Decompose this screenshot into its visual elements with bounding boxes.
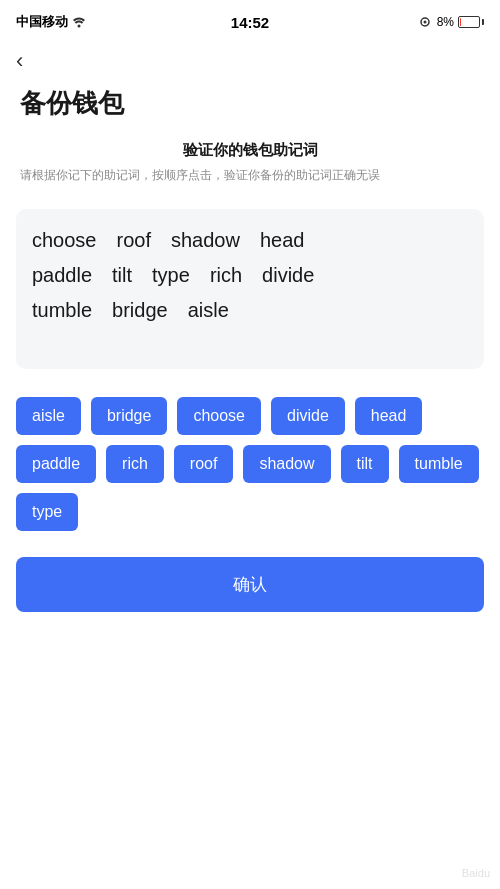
- display-word-roof: roof: [117, 229, 151, 252]
- word-chip-aisle[interactable]: aisle: [16, 397, 81, 435]
- display-word-tumble: tumble: [32, 299, 92, 322]
- display-word-type: type: [152, 264, 190, 287]
- page-title: 备份钱包: [0, 78, 500, 141]
- clock: 14:52: [231, 14, 269, 31]
- instruction-title: 验证你的钱包助记词: [20, 141, 480, 160]
- word-row-3: tumble bridge aisle: [32, 299, 468, 322]
- battery-icon: [458, 16, 484, 28]
- word-row-1: choose roof shadow head: [32, 229, 468, 252]
- word-chip-type[interactable]: type: [16, 493, 78, 531]
- display-word-aisle: aisle: [188, 299, 229, 322]
- word-chip-shadow[interactable]: shadow: [243, 445, 330, 483]
- word-row-2: paddle tilt type rich divide: [32, 264, 468, 287]
- instruction-section: 验证你的钱包助记词 请根据你记下的助记词，按顺序点击，验证你备份的助记词正确无误: [0, 141, 500, 197]
- instruction-desc: 请根据你记下的助记词，按顺序点击，验证你备份的助记词正确无误: [20, 166, 480, 185]
- word-chip-paddle[interactable]: paddle: [16, 445, 96, 483]
- confirm-button-wrap: 确认: [0, 541, 500, 632]
- display-word-paddle: paddle: [32, 264, 92, 287]
- wifi-icon: [72, 16, 86, 28]
- confirm-button[interactable]: 确认: [16, 557, 484, 612]
- carrier-signal: 中国移动: [16, 13, 86, 31]
- back-button[interactable]: ‹: [0, 40, 39, 78]
- battery-area: 8%: [417, 15, 484, 29]
- watermark: Baidu: [462, 867, 490, 879]
- word-chip-roof[interactable]: roof: [174, 445, 234, 483]
- battery-percent: 8%: [437, 15, 454, 29]
- svg-point-0: [78, 25, 81, 28]
- word-chip-bridge[interactable]: bridge: [91, 397, 167, 435]
- display-word-shadow: shadow: [171, 229, 240, 252]
- display-word-bridge: bridge: [112, 299, 168, 322]
- word-chip-head[interactable]: head: [355, 397, 423, 435]
- word-chip-choose[interactable]: choose: [177, 397, 261, 435]
- display-word-divide: divide: [262, 264, 314, 287]
- word-chip-rich[interactable]: rich: [106, 445, 164, 483]
- word-chip-tilt[interactable]: tilt: [341, 445, 389, 483]
- location-icon: [417, 16, 433, 28]
- word-chip-divide[interactable]: divide: [271, 397, 345, 435]
- word-chip-tumble[interactable]: tumble: [399, 445, 479, 483]
- display-word-rich: rich: [210, 264, 242, 287]
- word-display-area: choose roof shadow head paddle tilt type…: [16, 209, 484, 369]
- status-bar: 中国移动 14:52 8%: [0, 0, 500, 40]
- word-chips-grid: aislebridgechoosedivideheadpaddlerichroo…: [16, 397, 484, 531]
- display-word-tilt: tilt: [112, 264, 132, 287]
- display-word-choose: choose: [32, 229, 97, 252]
- svg-point-2: [423, 21, 426, 24]
- display-word-head: head: [260, 229, 305, 252]
- word-chips-section: aislebridgechoosedivideheadpaddlerichroo…: [0, 381, 500, 541]
